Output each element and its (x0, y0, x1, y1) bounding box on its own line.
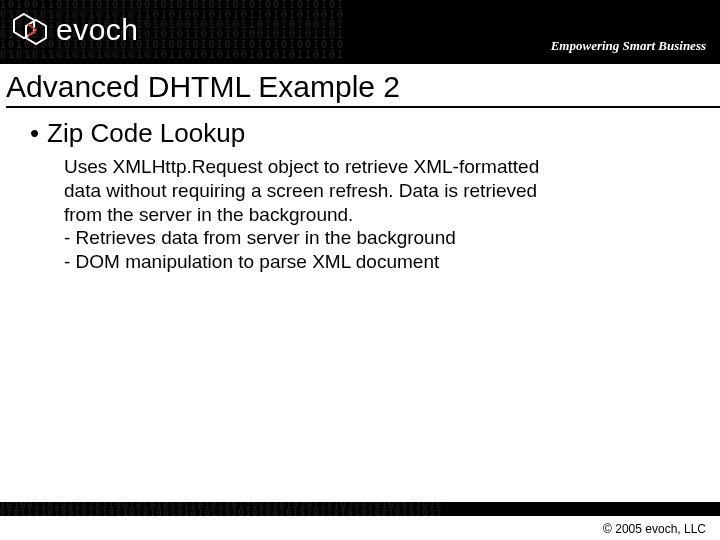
slide-header: 1010011010110101100101010101101010011010… (0, 0, 720, 62)
body-line: Uses XMLHttp.Request object to retrieve … (64, 155, 660, 179)
bullet-item: • Zip Code Lookup (6, 118, 720, 149)
brand-logo: evoch (10, 10, 139, 50)
bullet-dot-icon: • (30, 120, 39, 146)
brand-mark-icon (10, 10, 50, 50)
slide-title: Advanced DHTML Example 2 (6, 70, 720, 108)
body-line: - Retrieves data from server in the back… (64, 226, 660, 250)
slide-body: Uses XMLHttp.Request object to retrieve … (6, 155, 720, 274)
footer-bar: 1010011010110101100101010101101010011010… (0, 502, 720, 516)
body-line: data without requiring a screen refresh.… (64, 179, 660, 203)
brand-name: evoch (56, 13, 139, 47)
bullet-title: Zip Code Lookup (47, 118, 245, 149)
footer-matrix-background: 1010011010110101100101010101101010011010… (0, 502, 720, 516)
slide-footer: 1010011010110101100101010101101010011010… (0, 502, 720, 540)
slide-content: Advanced DHTML Example 2 • Zip Code Look… (0, 64, 720, 274)
body-line: from the server in the background. (64, 203, 660, 227)
body-line: - DOM manipulation to parse XML document (64, 250, 660, 274)
brand-tagline: Empowering Smart Business (551, 38, 706, 54)
copyright-text: © 2005 evoch, LLC (603, 522, 706, 536)
